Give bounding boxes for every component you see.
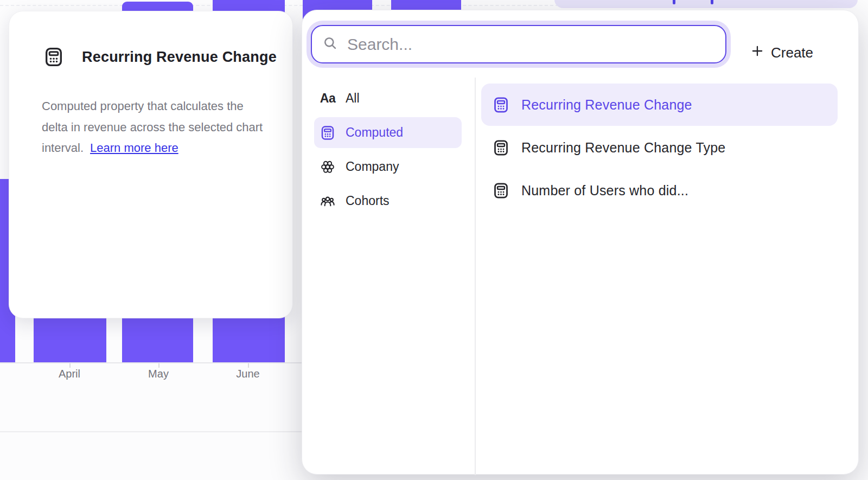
result-label: Recurring Revenue Change	[521, 97, 692, 113]
axis-label: May	[126, 368, 191, 380]
selected-property-pill[interactable]	[554, 0, 858, 8]
category-item-cohorts[interactable]: Cohorts	[314, 185, 462, 216]
partial-text-fragment	[673, 0, 675, 4]
property-tooltip-card: Recurring Revenue Change Computed proper…	[9, 11, 293, 318]
search-icon	[323, 36, 337, 50]
company-cluster-icon	[320, 159, 336, 175]
text-aa-icon: Aa	[320, 91, 335, 106]
property-description: Computed property that calculates thedel…	[42, 96, 287, 159]
category-item-computed[interactable]: Computed	[314, 117, 462, 148]
property-picker-dialog: Create AaAllComputedCompanyCohorts Recur…	[302, 10, 859, 475]
plus-icon	[750, 44, 764, 58]
result-label: Recurring Revenue Change Type	[521, 140, 725, 156]
learn-more-link[interactable]: Learn more here	[90, 141, 178, 155]
create-button[interactable]: Create	[743, 36, 821, 69]
axis-label: April	[37, 368, 102, 380]
category-item-all[interactable]: AaAll	[314, 83, 462, 114]
description-line: interval.	[42, 141, 84, 155]
search-box[interactable]	[311, 25, 726, 63]
calculator-icon	[43, 46, 65, 68]
category-label: Computed	[346, 125, 403, 140]
description-line: delta in revenue across the selected cha…	[42, 120, 263, 134]
calculator-icon	[492, 96, 510, 114]
category-item-company[interactable]: Company	[314, 151, 462, 182]
result-item[interactable]: Number of Users who did...	[481, 169, 838, 212]
category-label: All	[346, 91, 360, 106]
app-background: AprilMayJune Recurring Revenue Change Co…	[0, 0, 868, 480]
result-item[interactable]: Recurring Revenue Change	[481, 84, 838, 126]
property-title: Recurring Revenue Change	[82, 49, 277, 66]
axis-tick	[69, 363, 71, 368]
calculator-icon	[492, 139, 510, 157]
category-label: Company	[346, 159, 399, 174]
description-line: Computed property that calculates the	[42, 99, 244, 113]
calculator-icon	[320, 125, 336, 141]
result-label: Number of Users who did...	[521, 183, 688, 199]
axis-tick	[248, 363, 249, 368]
panel-divider	[475, 78, 476, 475]
axis-tick	[158, 363, 159, 368]
create-button-label: Create	[771, 44, 813, 61]
category-label: Cohorts	[346, 194, 390, 208]
calculator-icon	[492, 182, 510, 200]
search-input[interactable]	[346, 35, 714, 54]
result-item[interactable]: Recurring Revenue Change Type	[481, 126, 838, 169]
partial-text-fragment	[711, 0, 713, 4]
axis-label: June	[215, 368, 280, 380]
cohorts-people-icon	[320, 193, 336, 209]
